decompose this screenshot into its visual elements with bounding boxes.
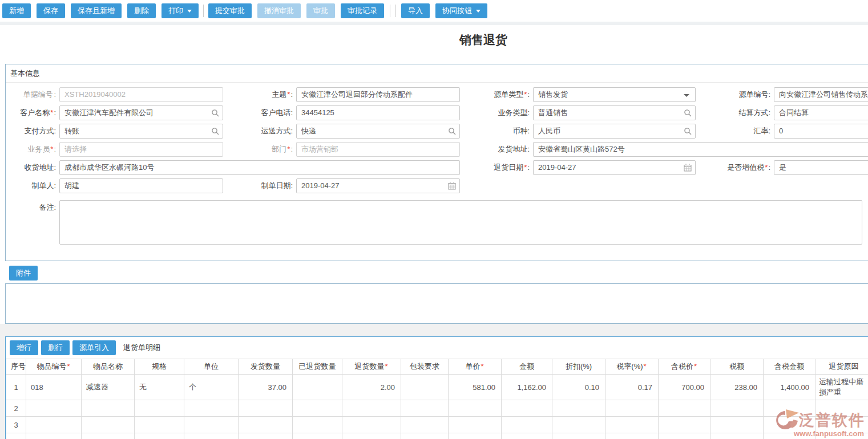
cell-return-qty[interactable]: 2.00 bbox=[342, 375, 401, 400]
detail-grid: 序号 物品编号* 物品名称 规格 单位 发货数量 已退货数量 退货数量* 包装要… bbox=[6, 359, 868, 439]
cell-packing[interactable] bbox=[401, 375, 449, 400]
department-input: 市场营销部 bbox=[296, 142, 460, 157]
submit-approval-button[interactable]: 提交审批 bbox=[208, 3, 252, 18]
approval-record-button[interactable]: 审批记录 bbox=[341, 3, 384, 18]
receive-address-input[interactable]: 成都市成华区水碾河路10号 bbox=[59, 160, 460, 175]
toolbar-separator bbox=[395, 5, 396, 17]
vat-label: 是否增值税*: bbox=[694, 160, 770, 175]
col-item-name: 物品名称 bbox=[82, 359, 135, 375]
transport-input[interactable]: 快递 bbox=[296, 124, 460, 139]
calendar-icon[interactable] bbox=[448, 182, 456, 190]
cancel-approval-button: 撤消审批 bbox=[257, 3, 301, 18]
col-spec: 规格 bbox=[135, 359, 184, 375]
save-button[interactable]: 保存 bbox=[37, 3, 65, 18]
cell-item-name[interactable]: 减速器 bbox=[82, 375, 135, 400]
source-no-input[interactable]: 向安徽江津公司销售传动系配件 bbox=[774, 87, 868, 102]
save-and-new-button[interactable]: 保存且新增 bbox=[71, 3, 122, 18]
col-discount: 折扣(%) bbox=[552, 359, 605, 375]
customer-name-label: 客户名称*: bbox=[6, 105, 56, 120]
exchange-rate-input[interactable]: 0 bbox=[774, 124, 868, 139]
cell-returned-qty[interactable] bbox=[293, 375, 342, 400]
search-icon[interactable] bbox=[684, 127, 692, 135]
customer-phone-input[interactable]: 34454125 bbox=[296, 105, 460, 120]
transport-label: 运送方式: bbox=[216, 124, 293, 139]
calendar-icon[interactable] bbox=[684, 164, 692, 172]
cell-unit[interactable]: 个 bbox=[184, 375, 239, 400]
page-title: 销售退货 bbox=[0, 32, 868, 48]
cell-seq: 4 bbox=[6, 433, 26, 439]
cell-return-reason[interactable]: 运输过程中磨损严重 bbox=[815, 375, 868, 400]
basic-info-section-title: 基本信息 bbox=[10, 68, 40, 79]
new-button[interactable]: 新增 bbox=[2, 3, 31, 18]
toolbar-separator bbox=[203, 5, 204, 17]
print-button[interactable]: 打印 bbox=[162, 3, 199, 18]
ship-address-input[interactable]: 安徽省蜀山区黄山路572号 bbox=[533, 142, 868, 157]
cell-tax-price[interactable]: 700.00 bbox=[659, 375, 710, 400]
cell-spec[interactable]: 无 bbox=[135, 375, 184, 400]
delete-row-button[interactable]: 删行 bbox=[41, 340, 70, 355]
grid-row[interactable]: 2 bbox=[6, 400, 868, 417]
add-row-button[interactable]: 增行 bbox=[10, 340, 38, 355]
source-type-select[interactable]: 销售发货 bbox=[533, 87, 696, 102]
settle-method-input[interactable]: 合同结算 bbox=[774, 105, 868, 120]
cell-item-code[interactable]: 018 bbox=[26, 375, 82, 400]
source-import-button[interactable]: 源单引入 bbox=[72, 340, 116, 355]
subject-input[interactable]: 安徽江津公司退回部分传动系配件 bbox=[296, 87, 460, 102]
caret-down-icon bbox=[476, 10, 481, 13]
salesman-input: 请选择 bbox=[59, 142, 223, 157]
return-date-input[interactable]: 2019-04-27 bbox=[533, 160, 696, 175]
import-button[interactable]: 导入 bbox=[401, 3, 430, 18]
grid-row[interactable]: 4 bbox=[6, 433, 868, 439]
grid-row[interactable]: 1 018 减速器 无 个 37.00 2.00 581.00 1,162.00… bbox=[6, 375, 868, 400]
vat-input[interactable]: 是 bbox=[774, 160, 868, 175]
attachment-button[interactable]: 附件 bbox=[9, 266, 38, 281]
caret-down-icon[interactable] bbox=[684, 94, 689, 97]
delete-button[interactable]: 删除 bbox=[127, 3, 156, 18]
cell-amount[interactable]: 1,162.00 bbox=[502, 375, 552, 400]
col-shipped-qty: 发货数量 bbox=[239, 359, 293, 375]
cell-seq: 3 bbox=[6, 417, 26, 433]
col-return-reason: 退货原因 bbox=[815, 359, 868, 375]
currency-input[interactable]: 人民币 bbox=[533, 124, 696, 139]
basic-info-panel: 基本信息 单据编号: XSTH2019040002 主题*: 安徽江津公司退回部… bbox=[5, 64, 868, 261]
return-date-label: 退货日期*: bbox=[453, 160, 530, 175]
subject-label: 主题*: bbox=[216, 87, 293, 102]
maker-input[interactable]: 胡建 bbox=[59, 178, 223, 193]
col-total-with-tax: 含税金额 bbox=[764, 359, 815, 375]
attachment-area bbox=[5, 283, 868, 324]
search-icon[interactable] bbox=[684, 109, 692, 117]
col-unit: 单位 bbox=[184, 359, 239, 375]
remark-textarea[interactable] bbox=[59, 200, 862, 245]
ship-address-label: 发货地址: bbox=[453, 142, 530, 157]
biz-type-input[interactable]: 普通销售 bbox=[533, 105, 696, 120]
cell-tax-amount[interactable]: 238.00 bbox=[710, 375, 764, 400]
cell-shipped-qty[interactable]: 37.00 bbox=[239, 375, 293, 400]
toolbar: 新增 保存 保存且新增 删除 打印 提交审批 撤消审批 审批 审批记录 导入 协… bbox=[0, 0, 868, 22]
watermark: 泛普软件 www.fanpusoft.com bbox=[773, 409, 865, 438]
toolbar-separator bbox=[390, 5, 390, 17]
pay-method-label: 支付方式: bbox=[6, 124, 56, 139]
detail-section-label: 退货单明细 bbox=[123, 343, 160, 353]
pay-method-input[interactable]: 转账 bbox=[59, 124, 223, 139]
col-seq: 序号 bbox=[6, 359, 26, 375]
sales-return-page: 新增 保存 保存且新增 删除 打印 提交审批 撤消审批 审批 审批记录 导入 协… bbox=[0, 0, 868, 439]
cell-discount[interactable]: 0.10 bbox=[552, 375, 605, 400]
cell-unit-price[interactable]: 581.00 bbox=[449, 375, 502, 400]
collaboration-button[interactable]: 协同按钮 bbox=[435, 3, 487, 18]
detail-toolbar: 增行 删行 源单引入 退货单明细 bbox=[10, 340, 160, 355]
cell-tax-rate[interactable]: 0.17 bbox=[605, 375, 659, 400]
customer-name-input[interactable]: 安徽江津汽车配件有限公司 bbox=[59, 105, 223, 120]
salesman-label: 业务员*: bbox=[6, 142, 56, 157]
make-date-input[interactable]: 2019-04-27 bbox=[296, 178, 460, 193]
fanpu-logo-icon bbox=[773, 409, 799, 432]
col-item-code: 物品编号* bbox=[26, 359, 82, 375]
source-no-label: 源单编号: bbox=[694, 87, 770, 102]
department-label: 部门*: bbox=[216, 142, 293, 157]
currency-label: 币种: bbox=[453, 124, 530, 139]
detail-panel: 增行 删行 源单引入 退货单明细 序号 物品编号* 物品名称 规格 bbox=[5, 336, 868, 439]
grid-row[interactable]: 3 bbox=[6, 417, 868, 433]
grid-header-row: 序号 物品编号* 物品名称 规格 单位 发货数量 已退货数量 退货数量* 包装要… bbox=[6, 359, 868, 375]
approve-button: 审批 bbox=[306, 3, 335, 18]
col-amount: 金额 bbox=[502, 359, 552, 375]
cell-total-with-tax[interactable]: 1,400.00 bbox=[764, 375, 815, 400]
